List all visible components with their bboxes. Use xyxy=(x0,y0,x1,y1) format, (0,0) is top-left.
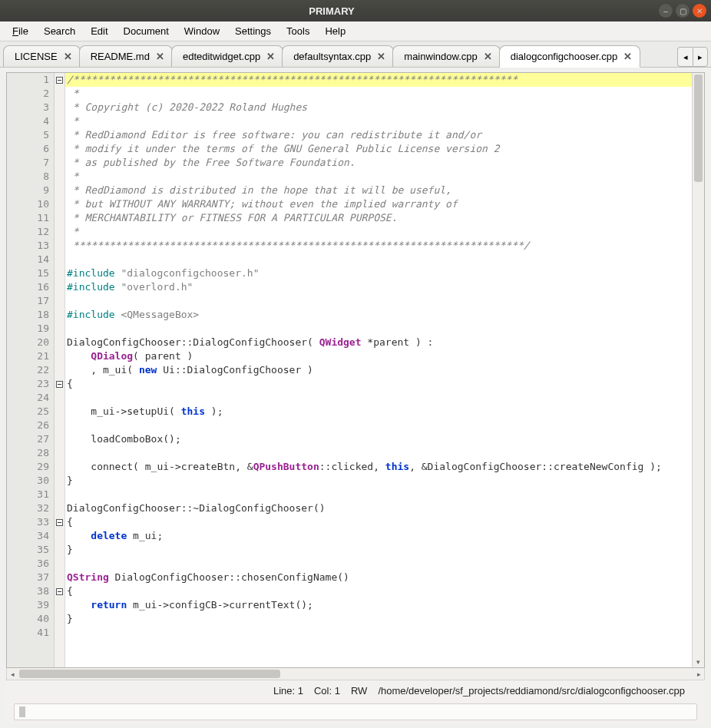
code-line[interactable]: m_ui->setupUi( this ); xyxy=(65,405,692,419)
code-view[interactable]: /***************************************… xyxy=(65,73,692,667)
code-line[interactable]: { xyxy=(65,377,692,391)
code-line[interactable]: } xyxy=(65,543,692,557)
line-number: 38 xyxy=(7,584,54,598)
code-line[interactable] xyxy=(65,446,692,460)
code-line[interactable]: loadComboBox(); xyxy=(65,432,692,446)
code-line[interactable] xyxy=(65,391,692,405)
code-line[interactable]: * xyxy=(65,170,692,184)
close-button[interactable]: ✕ xyxy=(693,4,706,18)
line-number: 3 xyxy=(7,101,54,114)
vertical-scrollbar[interactable]: ▴ ▾ xyxy=(692,73,704,667)
tab-close-icon[interactable]: ✕ xyxy=(484,51,492,62)
code-line[interactable]: /***************************************… xyxy=(65,73,692,87)
tab-close-icon[interactable]: ✕ xyxy=(156,51,164,62)
vertical-scroll-thumb[interactable] xyxy=(694,74,703,182)
code-line[interactable]: * RedDiamond Editor is free software: yo… xyxy=(65,128,692,142)
horizontal-scrollbar[interactable]: ◂ ▸ xyxy=(6,668,705,680)
line-number: 34 xyxy=(7,529,54,543)
menu-item-tools[interactable]: Tools xyxy=(279,23,317,39)
line-number: 7 xyxy=(7,156,54,170)
code-line[interactable]: DialogConfigChooser::DialogConfigChooser… xyxy=(65,336,692,349)
code-line[interactable]: connect( m_ui->createBtn, &QPushButton::… xyxy=(65,460,692,474)
minimize-button[interactable]: – xyxy=(659,4,673,18)
code-line[interactable]: { xyxy=(65,584,692,598)
code-line[interactable]: } xyxy=(65,612,692,626)
code-line[interactable]: ****************************************… xyxy=(65,239,692,253)
line-number: 24 xyxy=(7,391,54,405)
code-line[interactable]: * xyxy=(65,225,692,239)
tab-scroll-right-button[interactable]: ▸ xyxy=(693,47,708,67)
fold-cell xyxy=(55,294,64,308)
status-path: /home/developer/sf_projects/reddiamond/s… xyxy=(378,685,685,697)
code-line[interactable]: * Copyright (c) 2020-2022 Roland Hughes xyxy=(65,101,692,114)
code-line[interactable]: * but WITHOUT ANY WARRANTY; without even… xyxy=(65,197,692,211)
fold-toggle-icon[interactable] xyxy=(56,519,63,526)
line-number: 19 xyxy=(7,322,54,336)
code-line[interactable] xyxy=(65,322,692,336)
window-title: PRIMARY xyxy=(5,5,659,17)
tab-mainwindow-cpp[interactable]: mainwindow.cpp✕ xyxy=(392,45,500,67)
code-line[interactable]: * modify it under the terms of the GNU G… xyxy=(65,142,692,156)
tab-nav: ◂ ▸ xyxy=(677,47,708,67)
tab-close-icon[interactable]: ✕ xyxy=(377,51,385,62)
tab-readme-md[interactable]: README.md✕ xyxy=(79,45,173,67)
command-input[interactable] xyxy=(14,703,697,720)
code-line[interactable]: * MERCHANTABILITY or FITNESS FOR A PARTI… xyxy=(65,211,692,225)
menu-bar: FileSearchEditDocumentWindowSettingsTool… xyxy=(0,22,711,41)
fold-cell xyxy=(55,584,64,598)
code-line[interactable]: * xyxy=(65,114,692,128)
line-number: 36 xyxy=(7,557,54,571)
fold-cell xyxy=(55,156,64,170)
horizontal-scroll-thumb[interactable] xyxy=(19,670,280,678)
code-line[interactable]: return m_ui->configCB->currentText(); xyxy=(65,598,692,612)
scroll-down-icon[interactable]: ▾ xyxy=(693,657,704,667)
menu-item-edit[interactable]: Edit xyxy=(83,23,115,39)
tab-close-icon[interactable]: ✕ xyxy=(623,51,632,62)
tab-dialogconfigchooser-cpp[interactable]: dialogconfigchooser.cpp✕ xyxy=(499,45,641,68)
scroll-left-icon[interactable]: ◂ xyxy=(7,670,18,678)
tab-defaultsyntax-cpp[interactable]: defaultsyntax.cpp✕ xyxy=(282,45,394,67)
tab-edteditwidget-cpp[interactable]: edteditwidget.cpp✕ xyxy=(171,45,283,67)
code-line[interactable]: DialogConfigChooser::~DialogConfigChoose… xyxy=(65,501,692,515)
hscroll-track[interactable] xyxy=(18,668,693,680)
code-line[interactable]: QString DialogConfigChooser::chosenConfi… xyxy=(65,571,692,584)
code-line[interactable]: QDialog( parent ) xyxy=(65,349,692,363)
menu-item-search[interactable]: Search xyxy=(36,23,83,39)
code-line[interactable] xyxy=(65,419,692,432)
code-line[interactable]: , m_ui( new Ui::DialogConfigChooser ) xyxy=(65,363,692,377)
menu-item-window[interactable]: Window xyxy=(177,23,227,39)
fold-cell xyxy=(55,405,64,419)
code-line[interactable]: } xyxy=(65,474,692,488)
code-line[interactable]: #include "dialogconfigchooser.h" xyxy=(65,266,692,280)
fold-cell xyxy=(55,280,64,294)
maximize-button[interactable]: ▢ xyxy=(676,4,690,18)
scroll-right-icon[interactable]: ▸ xyxy=(693,670,704,678)
code-line[interactable]: #include "overlord.h" xyxy=(65,280,692,294)
code-line[interactable]: * as published by the Free Software Foun… xyxy=(65,156,692,170)
tab-close-icon[interactable]: ✕ xyxy=(266,51,275,62)
tab-scroll-left-button[interactable]: ◂ xyxy=(677,47,693,67)
menu-item-file[interactable]: File xyxy=(5,23,36,39)
menu-item-help[interactable]: Help xyxy=(317,23,353,39)
menu-item-settings[interactable]: Settings xyxy=(227,23,279,39)
code-line[interactable]: delete m_ui; xyxy=(65,529,692,543)
code-line[interactable]: #include <QMessageBox> xyxy=(65,308,692,322)
code-line[interactable]: * RedDiamond is distributed in the hope … xyxy=(65,184,692,197)
code-line[interactable]: * xyxy=(65,87,692,101)
fold-toggle-icon[interactable] xyxy=(56,588,63,595)
code-line[interactable] xyxy=(65,294,692,308)
line-number: 1 xyxy=(7,73,54,87)
menu-item-document[interactable]: Document xyxy=(116,23,177,39)
line-number: 16 xyxy=(7,280,54,294)
code-line[interactable] xyxy=(65,488,692,501)
fold-toggle-icon[interactable] xyxy=(56,381,63,388)
code-line[interactable]: { xyxy=(65,515,692,529)
tab-close-icon[interactable]: ✕ xyxy=(64,51,72,62)
code-line[interactable] xyxy=(65,626,692,640)
code-line[interactable] xyxy=(65,557,692,571)
tab-label: dialogconfigchooser.cpp xyxy=(511,51,618,62)
fold-toggle-icon[interactable] xyxy=(56,77,63,84)
tab-license[interactable]: LICENSE✕ xyxy=(3,45,81,67)
code-line[interactable] xyxy=(65,253,692,266)
fold-cell xyxy=(55,460,64,474)
